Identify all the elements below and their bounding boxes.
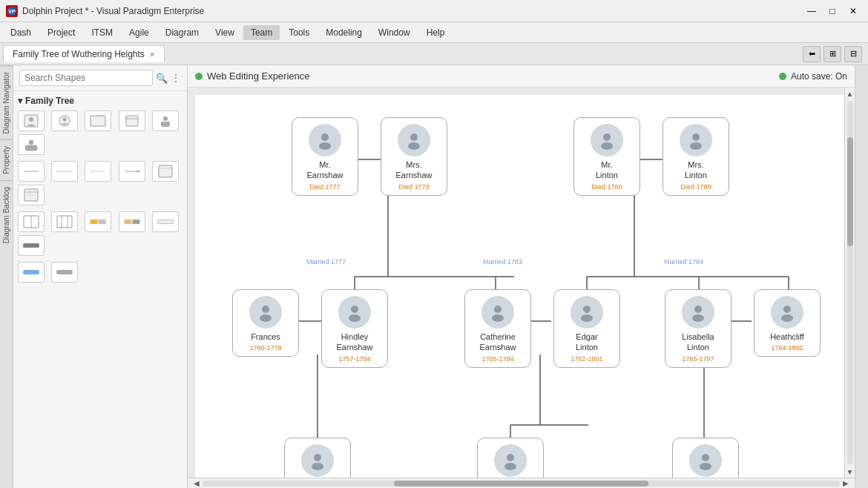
menu-item-view[interactable]: View xyxy=(208,25,242,40)
shape-person-1[interactable] xyxy=(18,111,45,131)
shapes-section-header[interactable]: ▾ Family Tree xyxy=(18,96,183,106)
right-scrollbar[interactable]: ▲ ▼ xyxy=(844,88,855,478)
node-hindley[interactable]: HindleyEarnshaw 1757-1784 xyxy=(321,289,388,368)
scroll-up-button[interactable]: ▲ xyxy=(845,88,855,99)
menu-item-tools[interactable]: Tools xyxy=(281,25,317,40)
web-editing-label: Web Editing Experience xyxy=(207,70,310,82)
node-catherine[interactable]: CatherineEarnshaw 1765-1784 xyxy=(464,289,531,368)
svg-point-5 xyxy=(63,118,67,122)
menu-item-team[interactable]: Team xyxy=(243,25,280,40)
node-frances[interactable]: Frances 1760-1778 xyxy=(232,289,299,357)
node-mr-earnshaw[interactable]: Mr.Earnshaw Died 1777 xyxy=(292,117,358,196)
name-lisabella: LisabellaLinton xyxy=(682,332,714,353)
avatar-mrs-earnshaw xyxy=(398,124,430,156)
node-mrs-linton[interactable]: Mrs.Linton Died 1780 xyxy=(662,117,729,196)
shape-line-1[interactable] xyxy=(18,161,45,182)
svg-rect-18 xyxy=(159,165,172,177)
shape-wide-1[interactable] xyxy=(152,211,179,232)
shape-rect-2[interactable] xyxy=(119,111,145,131)
node-hareton[interactable]: HaretonEarnshaw xyxy=(284,438,351,478)
svg-point-79 xyxy=(507,454,514,461)
scroll-left-button[interactable]: ◀ xyxy=(191,478,203,489)
avatar-edgar xyxy=(571,296,603,329)
vertical-scrollbar-track[interactable] xyxy=(847,101,853,464)
shape-split-2[interactable] xyxy=(51,211,78,232)
svg-rect-6 xyxy=(91,116,105,126)
avatar-lisabella xyxy=(682,296,714,329)
shape-card-1[interactable] xyxy=(152,161,179,182)
shape-line-4[interactable] xyxy=(119,161,145,182)
scroll-right-button[interactable]: ▶ xyxy=(840,478,852,489)
expand-icon: ▾ xyxy=(18,96,22,106)
node-cathy[interactable]: CathyLinton xyxy=(477,438,544,478)
avatar-hindley xyxy=(338,296,371,329)
shape-circle-1[interactable] xyxy=(51,111,78,131)
menu-item-window[interactable]: Window xyxy=(371,25,418,40)
shape-blue-1[interactable] xyxy=(18,262,45,283)
shape-gray-1[interactable] xyxy=(51,262,78,283)
shape-rect-1[interactable] xyxy=(85,111,111,131)
svg-rect-32 xyxy=(157,220,173,224)
svg-point-72 xyxy=(581,314,593,322)
toolbar-icon-2[interactable]: ⊞ xyxy=(823,46,841,62)
svg-point-61 xyxy=(603,133,611,141)
node-edgar[interactable]: EdgarLinton 1762-1801 xyxy=(553,289,620,368)
horizontal-scrollbar-track[interactable] xyxy=(203,481,840,487)
node-mrs-earnshaw[interactable]: Mrs.Earnshaw Died 1773 xyxy=(381,117,447,196)
search-icon[interactable]: 🔍 xyxy=(156,73,168,84)
toolbar-icon-3[interactable]: ⊟ xyxy=(844,46,862,62)
app-title: Dolphin Project * - Visual Paradigm Ente… xyxy=(22,6,204,16)
svg-point-66 xyxy=(260,314,272,322)
shape-wide-2[interactable] xyxy=(18,235,45,256)
search-input[interactable] xyxy=(19,70,153,86)
node-linton-heathcliff[interactable]: LintonHeathcliff xyxy=(672,438,739,478)
canvas-scroll[interactable]: Mr.Earnshaw Died 1777 Mrs.Earnshaw Died … xyxy=(188,88,844,478)
horizontal-scrollbar-thumb[interactable] xyxy=(394,481,649,487)
married-label-2: Married 1783 xyxy=(483,258,522,266)
svg-point-67 xyxy=(351,306,358,313)
avatar-mr-earnshaw xyxy=(309,124,341,156)
vertical-scrollbar-thumb[interactable] xyxy=(847,137,853,246)
more-icon[interactable]: ⋮ xyxy=(171,72,181,84)
node-mr-linton[interactable]: Mr.Linton Died 1780 xyxy=(573,117,640,196)
minimize-button[interactable]: — xyxy=(803,4,821,19)
menu-item-dash[interactable]: Dash xyxy=(3,25,39,40)
menu-item-modeling[interactable]: Modeling xyxy=(318,25,369,40)
menu-item-itsm[interactable]: ITSM xyxy=(84,25,120,40)
tab-close-icon[interactable]: ✕ xyxy=(149,50,155,59)
diagram-backlog-tab[interactable]: Diagram Backlog xyxy=(0,180,13,249)
svg-point-65 xyxy=(262,306,269,313)
autosave-dot xyxy=(779,73,786,80)
shape-color-1[interactable] xyxy=(85,211,111,232)
toolbar-icon-1[interactable]: ⬅ xyxy=(803,46,821,62)
shape-line-2[interactable] xyxy=(51,161,78,182)
svg-point-76 xyxy=(781,314,793,322)
shape-grid-3 xyxy=(18,211,183,256)
scroll-down-button[interactable]: ▼ xyxy=(845,466,855,478)
horizontal-scrollbar[interactable]: ◀ ▶ xyxy=(188,478,855,488)
node-lisabella[interactable]: LisabellaLinton 1765-1797 xyxy=(665,289,731,368)
menu-item-agile[interactable]: Agile xyxy=(122,25,157,40)
shape-card-2[interactable] xyxy=(18,185,45,205)
property-tab[interactable]: Property xyxy=(0,139,13,180)
close-button[interactable]: ✕ xyxy=(844,4,862,19)
web-bar-left: Web Editing Experience xyxy=(195,70,310,82)
avatar-catherine xyxy=(481,296,514,329)
svg-rect-7 xyxy=(126,116,138,126)
menu-item-help[interactable]: Help xyxy=(419,25,453,40)
menu-item-project[interactable]: Project xyxy=(40,25,82,40)
shape-person-3[interactable] xyxy=(18,134,45,155)
maximize-button[interactable]: □ xyxy=(823,4,841,19)
diagram-navigator-tab[interactable]: Diagram Navigator xyxy=(0,65,13,139)
shape-color-2[interactable] xyxy=(119,211,145,232)
shape-split-1[interactable] xyxy=(18,211,45,232)
shape-person-2[interactable] xyxy=(152,111,179,131)
shape-grid-4 xyxy=(18,262,183,283)
side-property-panel xyxy=(855,65,868,488)
name-catherine: CatherineEarnshaw xyxy=(480,332,516,353)
node-heathcliff[interactable]: Heathcliff 1764-1802 xyxy=(754,289,821,357)
avatar-frances xyxy=(249,296,282,329)
main-tab[interactable]: Family Tree of Wuthering Heights ✕ xyxy=(3,45,165,62)
menu-item-diagram[interactable]: Diagram xyxy=(158,25,206,40)
shape-line-3[interactable] xyxy=(85,161,111,182)
